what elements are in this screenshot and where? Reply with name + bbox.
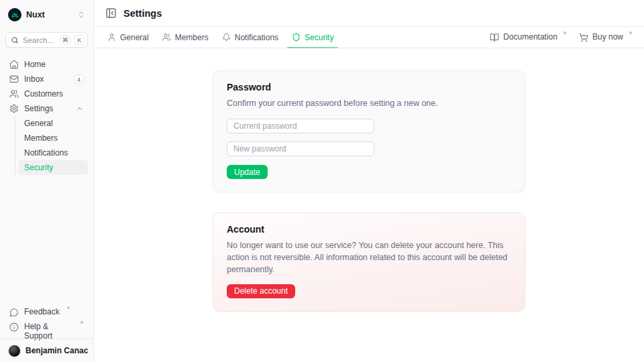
search-input[interactable]: Search... ⌘ K — [5, 32, 88, 48]
search-icon — [11, 36, 19, 44]
shopping-cart-icon — [579, 33, 588, 42]
password-card-title: Password — [227, 82, 511, 93]
buy-now-label: Buy now — [592, 32, 623, 42]
sidebar-spacer — [0, 175, 93, 305]
delete-account-button[interactable]: Delete account — [227, 284, 295, 298]
tab-security[interactable]: Security — [290, 27, 335, 48]
sidebar-item-label: Home — [24, 60, 46, 69]
sidebar: Nuxt Search... ⌘ K Home — [0, 0, 94, 362]
page-title: Settings — [123, 8, 162, 19]
sidebar-item-inbox[interactable]: Inbox 4 — [5, 72, 88, 86]
sidebar-item-label: Members — [24, 133, 58, 143]
account-card-title: Account — [227, 224, 511, 235]
sidebar-item-label: Inbox — [24, 74, 44, 84]
sidebar-footer: Feedback Help & Support — [0, 305, 93, 339]
tab-label: Notifications — [235, 33, 278, 42]
feedback-label: Feedback — [24, 307, 60, 316]
chevron-up-icon[interactable] — [76, 105, 84, 113]
bell-icon — [222, 33, 231, 42]
user-name: Benjamin Canac — [25, 346, 88, 355]
sidebar-item-notifications[interactable]: Notifications — [18, 145, 88, 160]
user-icon — [107, 33, 116, 42]
sidebar-nav: Home Inbox 4 Customers Settings — [0, 48, 93, 175]
account-card-description: No longer want to use our service? You c… — [227, 239, 511, 276]
panel-left-close-icon[interactable] — [105, 7, 117, 19]
message-circle-icon — [9, 308, 19, 317]
sidebar-item-label: Settings — [24, 104, 53, 113]
feedback-link[interactable]: Feedback — [5, 305, 88, 320]
sidebar-item-security[interactable]: Security — [18, 160, 88, 175]
sidebar-top: Nuxt Search... ⌘ K — [0, 0, 93, 48]
info-circle-icon — [9, 322, 19, 332]
external-link-icon — [79, 320, 84, 325]
page-header: Settings — [94, 0, 644, 27]
inbox-icon — [9, 74, 19, 84]
home-icon — [9, 60, 19, 69]
external-link-icon — [628, 31, 633, 36]
tab-label: General — [120, 33, 149, 42]
help-support-label: Help & Support — [24, 322, 73, 341]
new-password-input[interactable] — [227, 141, 374, 156]
buy-now-link[interactable]: Buy now — [579, 32, 633, 42]
shield-icon — [292, 33, 301, 42]
tabbar: General Members Notifications Security — [94, 27, 644, 48]
tab-label: Members — [175, 33, 209, 42]
active-tab-underline — [287, 47, 338, 48]
nuxt-logo-icon — [8, 8, 21, 21]
sidebar-item-settings[interactable]: Settings — [5, 101, 88, 116]
account-card: Account No longer want to use our servic… — [213, 213, 525, 311]
external-link-icon — [66, 306, 70, 310]
current-password-input[interactable] — [227, 119, 374, 133]
kbd-meta: ⌘ — [60, 35, 71, 45]
update-button[interactable]: Update — [227, 165, 268, 179]
users-icon — [162, 33, 171, 42]
tab-notifications[interactable]: Notifications — [220, 27, 280, 48]
tab-members[interactable]: Members — [160, 27, 211, 48]
gear-icon — [9, 104, 19, 113]
sidebar-item-home[interactable]: Home — [5, 57, 88, 72]
workspace-name: Nuxt — [26, 10, 45, 19]
settings-subtree: General Members Notifications Security — [15, 116, 88, 175]
workspace-switcher[interactable]: Nuxt — [5, 7, 88, 23]
search-placeholder: Search... — [23, 36, 56, 44]
chevrons-up-down-icon — [77, 11, 85, 19]
inbox-count-badge: 4 — [74, 74, 84, 84]
sidebar-item-label: Security — [24, 163, 53, 172]
app: Nuxt Search... ⌘ K Home — [0, 0, 644, 362]
sidebar-item-label: Customers — [24, 89, 63, 99]
book-open-icon — [490, 33, 499, 42]
sidebar-item-label: Notifications — [24, 148, 68, 158]
user-row: Benjamin Canac — [0, 339, 93, 362]
avatar — [8, 345, 21, 357]
password-card: Password Confirm your current password b… — [213, 70, 525, 192]
main: Settings General Members Notifications — [94, 0, 644, 362]
documentation-link[interactable]: Documentation — [490, 32, 567, 42]
tab-label: Security — [305, 33, 333, 42]
help-support-link[interactable]: Help & Support — [5, 320, 88, 335]
tab-general[interactable]: General — [105, 27, 151, 48]
sidebar-item-customers[interactable]: Customers — [5, 86, 88, 101]
content: Password Confirm your current password b… — [94, 48, 644, 362]
external-link-icon — [562, 31, 567, 36]
password-card-description: Confirm your current password before set… — [227, 97, 511, 109]
sidebar-item-label: General — [24, 119, 53, 128]
sidebar-item-general[interactable]: General — [18, 116, 88, 131]
user-menu[interactable]: Benjamin Canac — [5, 343, 88, 359]
tabbar-actions: Documentation Buy now — [490, 32, 633, 42]
kbd-k: K — [74, 35, 85, 45]
sidebar-item-members[interactable]: Members — [18, 131, 88, 145]
documentation-label: Documentation — [503, 32, 557, 42]
users-icon — [9, 89, 19, 99]
